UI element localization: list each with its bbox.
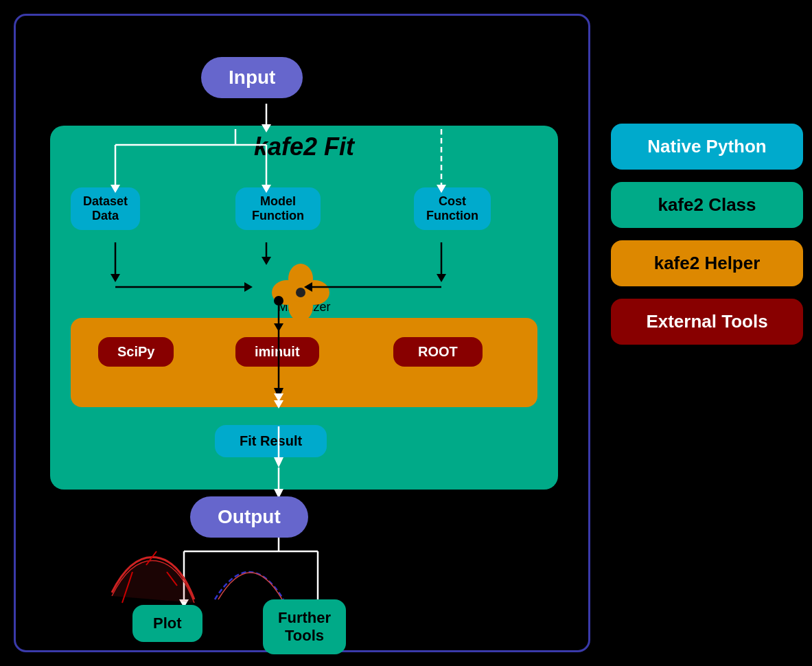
legend-native-python-label: Native Python [647, 136, 766, 157]
further-tools-label: FurtherTools [278, 609, 331, 644]
input-label: Input [229, 67, 275, 88]
legend-kafe2-class: kafe2 Class [611, 182, 803, 228]
model-function-label: ModelFunction [252, 194, 304, 222]
output-node: Output [190, 496, 308, 538]
fit-result-box: Fit Result [215, 425, 327, 457]
kafe2-fit-title: kafe2 Fit [50, 133, 558, 161]
chart-area [105, 538, 311, 606]
dataset-data-box: DatasetData [71, 187, 140, 230]
root-box: ROOT [393, 337, 483, 367]
iminuit-box: iminuit [235, 337, 319, 367]
plot-box: Plot [132, 605, 202, 642]
iminuit-label: iminuit [255, 344, 300, 359]
output-label: Output [218, 506, 281, 527]
legend-native-python: Native Python [611, 124, 803, 170]
further-tools-box: FurtherTools [263, 599, 346, 654]
main-diagram-container: Input kafe2 Fit DatasetData ModelFunctio… [14, 14, 590, 652]
legend-external-tools: External Tools [611, 299, 803, 345]
root-label: ROOT [418, 344, 458, 359]
cost-function-label: CostFunction [426, 194, 478, 222]
legend-external-tools-label: External Tools [646, 311, 767, 332]
input-node: Input [201, 57, 303, 98]
fit-result-label: Fit Result [240, 433, 302, 448]
legend-kafe2-class-label: kafe2 Class [658, 194, 756, 215]
legend-kafe2-helper: kafe2 Helper [611, 240, 803, 286]
flower-junction [266, 258, 335, 327]
legend-kafe2-helper-label: kafe2 Helper [654, 253, 761, 273]
plot-label: Plot [153, 615, 182, 632]
legend-container: Native Python kafe2 Class kafe2 Helper E… [611, 124, 803, 345]
scipy-box: SciPy [98, 337, 174, 367]
kafe2-fit-container: kafe2 Fit DatasetData ModelFunction Cost… [50, 126, 558, 490]
dataset-label: DatasetData [83, 194, 128, 222]
scipy-label: SciPy [117, 344, 154, 359]
minimizer-container: Minimizer SciPy iminuit ROOT [71, 318, 537, 407]
cost-function-box: CostFunction [414, 187, 491, 230]
svg-point-45 [296, 288, 305, 297]
model-function-box: ModelFunction [235, 187, 321, 230]
